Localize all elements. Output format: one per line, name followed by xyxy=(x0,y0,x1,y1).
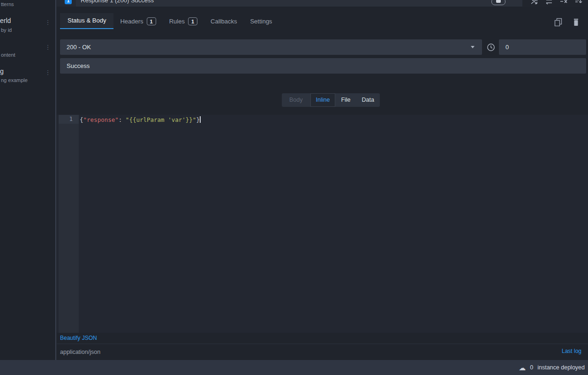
tab-headers[interactable]: Headers 1 xyxy=(113,13,162,29)
response-actions xyxy=(525,18,588,27)
code-token: : xyxy=(119,116,126,123)
route-response-panel: 1 Response 1 (200) Success Status & Body xyxy=(56,0,588,360)
latency-input[interactable]: 0 xyxy=(499,39,586,55)
tab-label: Status & Body xyxy=(68,13,106,28)
tab-label: Rules xyxy=(169,14,185,29)
duplicate-response-icon[interactable] xyxy=(554,18,563,26)
code-token: { xyxy=(80,116,83,123)
editor-footer: application/json Last log xyxy=(56,344,588,360)
route-title[interactable]: g xyxy=(0,68,4,75)
last-log-link[interactable]: Last log xyxy=(562,344,581,358)
body-type-file[interactable]: File xyxy=(335,93,356,107)
disable-rules-icon[interactable] xyxy=(560,0,567,5)
response-count-badge: 1 xyxy=(65,0,72,4)
status-code-select[interactable]: 200 - OK xyxy=(60,39,482,55)
body-type-inline[interactable]: Inline xyxy=(310,93,336,107)
delete-response-icon[interactable] xyxy=(573,18,581,27)
line-number: 1 xyxy=(59,115,79,124)
response-mode-panel xyxy=(522,0,588,7)
routes-sidebar: tterns erld ⋮ by id ⋮ ontent g ⋮ ng exam… xyxy=(0,0,55,360)
response-select-label: Response 1 (200) Success xyxy=(81,0,154,4)
content-type-label: application/json xyxy=(60,344,100,360)
body-type-data[interactable]: Data xyxy=(356,93,380,107)
latency-value: 0 xyxy=(505,39,509,55)
tab-settings[interactable]: Settings xyxy=(243,13,279,29)
random-response-icon[interactable] xyxy=(531,0,538,5)
tab-status-body[interactable]: Status & Body xyxy=(60,13,113,29)
status-latency-row: 200 - OK 0 xyxy=(56,39,588,55)
route-subtitle: tterns xyxy=(1,1,14,7)
response-label-input[interactable]: Success xyxy=(60,58,586,74)
code-token: } xyxy=(196,116,200,123)
code-token: "{{urlParam 'var'}}" xyxy=(126,116,196,123)
add-response-button[interactable] xyxy=(491,0,505,5)
code-line[interactable]: {"response": "{{urlParam 'var'}}"} xyxy=(80,115,201,124)
latency-clock-icon xyxy=(487,43,495,52)
tab-label: Headers xyxy=(120,14,143,29)
body-toggle-label: Body xyxy=(282,93,310,107)
fallback-mode-icon[interactable] xyxy=(575,0,582,5)
tab-label: Settings xyxy=(250,14,272,29)
body-type-toggle: Body Inline File Data xyxy=(282,93,380,107)
response-label-value: Success xyxy=(67,58,90,74)
response-selector-bar: 1 Response 1 (200) Success xyxy=(57,0,588,7)
sequential-response-icon[interactable] xyxy=(545,0,553,5)
cloud-icon: ☁ xyxy=(519,364,526,371)
editor-gutter: 1 xyxy=(59,115,79,333)
instance-deployed-label[interactable]: instance deployed xyxy=(537,364,585,371)
route-subtitle: ontent xyxy=(1,52,15,58)
add-response-icon xyxy=(496,0,501,3)
response-select-dropdown[interactable]: Response 1 (200) Success xyxy=(76,0,522,7)
route-menu-icon[interactable]: ⋮ xyxy=(45,44,51,51)
status-code-value: 200 - OK xyxy=(67,39,91,55)
route-menu-icon[interactable]: ⋮ xyxy=(45,69,51,76)
headers-count-badge: 1 xyxy=(147,17,156,25)
tab-label: Callbacks xyxy=(211,14,237,29)
rules-count-badge: 1 xyxy=(188,17,197,25)
code-token: "response" xyxy=(83,116,119,123)
instance-count: 0 xyxy=(530,364,533,371)
chevron-down-icon xyxy=(471,46,475,48)
beautify-json-link[interactable]: Beautify JSON xyxy=(60,333,97,344)
app-status-bar: ☁ 0 instance deployed xyxy=(0,360,588,375)
route-subtitle: by id xyxy=(1,27,12,33)
route-subtitle: ng example xyxy=(1,77,28,83)
body-code-editor[interactable]: 1 {"response": "{{urlParam 'var'}}"} xyxy=(57,115,588,333)
tab-rules[interactable]: Rules 1 xyxy=(163,13,204,29)
route-title[interactable]: erld xyxy=(0,17,11,24)
tab-callbacks[interactable]: Callbacks xyxy=(204,13,243,29)
text-cursor xyxy=(200,116,201,123)
response-tabs: Status & Body Headers 1 Rules 1 Callback… xyxy=(57,13,588,29)
route-menu-icon[interactable]: ⋮ xyxy=(45,19,51,26)
